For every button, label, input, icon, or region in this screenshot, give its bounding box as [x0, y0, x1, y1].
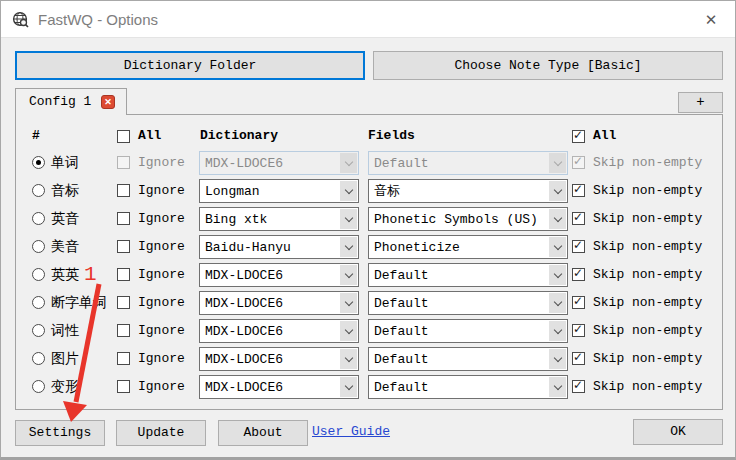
skip-checkbox[interactable]: ✓ [572, 156, 585, 169]
chevron-down-icon [549, 349, 566, 369]
ignore-checkbox[interactable]: ✓ [117, 212, 130, 225]
dictionary-select[interactable]: Bing xtk [199, 207, 359, 231]
row-radio[interactable] [32, 240, 45, 253]
column-header-dictionary: Dictionary [200, 128, 278, 143]
chevron-down-icon [340, 293, 357, 313]
chevron-down-icon [549, 153, 566, 173]
row-radio[interactable] [32, 380, 45, 393]
add-config-tab-button[interactable]: + [678, 92, 723, 113]
field-value: Phonetic Symbols (US) [374, 212, 538, 227]
title-bar: FastWQ - Options ✕ [1, 1, 735, 38]
chevron-down-icon [549, 321, 566, 341]
field-value: Default [374, 352, 429, 367]
chevron-down-icon [340, 321, 357, 341]
tab-config-1[interactable]: Config 1 ✕ [15, 88, 127, 115]
tab-close-icon[interactable]: ✕ [101, 95, 115, 109]
table-row: 英音✓IgnoreBing xtkPhonetic Symbols (US)✓S… [16, 205, 722, 233]
fields-select[interactable]: Phonetic Symbols (US) [368, 207, 568, 231]
column-header-all-left: All [138, 128, 161, 143]
dictionary-value: MDX-LDOCE6 [205, 268, 283, 283]
ignore-checkbox[interactable]: ✓ [117, 324, 130, 337]
config-table-pane: # ✓ All Dictionary Fields ✓ All 单词✓Ignor… [15, 114, 723, 410]
row-radio[interactable] [32, 268, 45, 281]
chevron-down-icon [340, 237, 357, 257]
column-header-all-right: All [593, 128, 616, 143]
fields-select[interactable]: Default [368, 347, 568, 371]
row-radio[interactable] [32, 324, 45, 337]
ignore-checkbox[interactable]: ✓ [117, 380, 130, 393]
row-label: 词性 [51, 322, 79, 340]
row-label: 断字单词 [51, 294, 107, 312]
table-row: 断字单词✓IgnoreMDX-LDOCE6Default✓Skip non-em… [16, 289, 722, 317]
skip-checkbox[interactable]: ✓ [572, 352, 585, 365]
skip-checkbox[interactable]: ✓ [572, 380, 585, 393]
update-button[interactable]: Update [116, 420, 206, 446]
row-radio[interactable] [32, 184, 45, 197]
ignore-checkbox[interactable]: ✓ [117, 268, 130, 281]
check-icon: ✓ [573, 378, 583, 392]
skip-checkbox[interactable]: ✓ [572, 184, 585, 197]
chevron-down-icon [340, 377, 357, 397]
ignore-checkbox[interactable]: ✓ [117, 240, 130, 253]
dictionary-select[interactable]: MDX-LDOCE6 [199, 319, 359, 343]
dictionary-select[interactable]: MDX-LDOCE6 [199, 151, 359, 175]
skip-checkbox[interactable]: ✓ [572, 296, 585, 309]
fields-select[interactable]: Default [368, 291, 568, 315]
fields-select[interactable]: 音标 [368, 179, 568, 203]
about-button[interactable]: About [218, 420, 308, 446]
row-radio[interactable] [32, 352, 45, 365]
row-radio[interactable] [32, 212, 45, 225]
table-row: 图片✓IgnoreMDX-LDOCE6Default✓Skip non-empt… [16, 345, 722, 373]
fields-select[interactable]: Phoneticize [368, 235, 568, 259]
row-label: 英英 [51, 266, 79, 284]
dictionary-select[interactable]: MDX-LDOCE6 [199, 375, 359, 399]
all-skip-checkbox[interactable]: ✓ [572, 130, 585, 143]
check-icon: ✓ [573, 128, 583, 142]
dictionary-value: MDX-LDOCE6 [205, 324, 283, 339]
dictionary-folder-button[interactable]: Dictionary Folder [15, 51, 365, 80]
skip-label: Skip non-empty [593, 211, 702, 226]
dictionary-select[interactable]: Longman [199, 179, 359, 203]
skip-label: Skip non-empty [593, 379, 702, 394]
ok-button[interactable]: OK [633, 419, 723, 445]
ignore-label: Ignore [138, 239, 185, 254]
fields-select[interactable]: Default [368, 375, 568, 399]
all-ignore-checkbox[interactable]: ✓ [117, 130, 130, 143]
settings-button[interactable]: Settings [15, 420, 105, 446]
ignore-label: Ignore [138, 351, 185, 366]
fields-select[interactable]: Default [368, 319, 568, 343]
skip-checkbox[interactable]: ✓ [572, 268, 585, 281]
check-icon: ✓ [573, 322, 583, 336]
skip-checkbox[interactable]: ✓ [572, 240, 585, 253]
ignore-checkbox[interactable]: ✓ [117, 184, 130, 197]
check-icon: ✓ [573, 182, 583, 196]
chevron-down-icon [549, 209, 566, 229]
dictionary-select[interactable]: MDX-LDOCE6 [199, 347, 359, 371]
ignore-checkbox[interactable]: ✓ [117, 296, 130, 309]
row-radio[interactable] [32, 296, 45, 309]
skip-checkbox[interactable]: ✓ [572, 212, 585, 225]
chevron-down-icon [549, 293, 566, 313]
ignore-checkbox[interactable]: ✓ [117, 156, 130, 169]
chevron-down-icon [340, 209, 357, 229]
column-header-number: # [32, 128, 40, 143]
dictionary-value: MDX-LDOCE6 [205, 352, 283, 367]
table-row: 音标✓IgnoreLongman音标✓Skip non-empty [16, 177, 722, 205]
row-radio[interactable] [32, 156, 45, 169]
chevron-down-icon [549, 237, 566, 257]
dictionary-value: MDX-LDOCE6 [205, 380, 283, 395]
row-label: 图片 [51, 350, 79, 368]
close-icon[interactable]: ✕ [697, 8, 725, 32]
tab-label: Config 1 [29, 94, 91, 109]
check-icon: ✓ [573, 294, 583, 308]
dictionary-select[interactable]: MDX-LDOCE6 [199, 291, 359, 315]
check-icon: ✓ [573, 154, 583, 168]
fields-select[interactable]: Default [368, 263, 568, 287]
dictionary-select[interactable]: Baidu-Hanyu [199, 235, 359, 259]
choose-note-type-button[interactable]: Choose Note Type [Basic] [373, 51, 723, 80]
fields-select[interactable]: Default [368, 151, 568, 175]
user-guide-link[interactable]: User Guide [312, 424, 390, 439]
dictionary-select[interactable]: MDX-LDOCE6 [199, 263, 359, 287]
ignore-checkbox[interactable]: ✓ [117, 352, 130, 365]
skip-checkbox[interactable]: ✓ [572, 324, 585, 337]
